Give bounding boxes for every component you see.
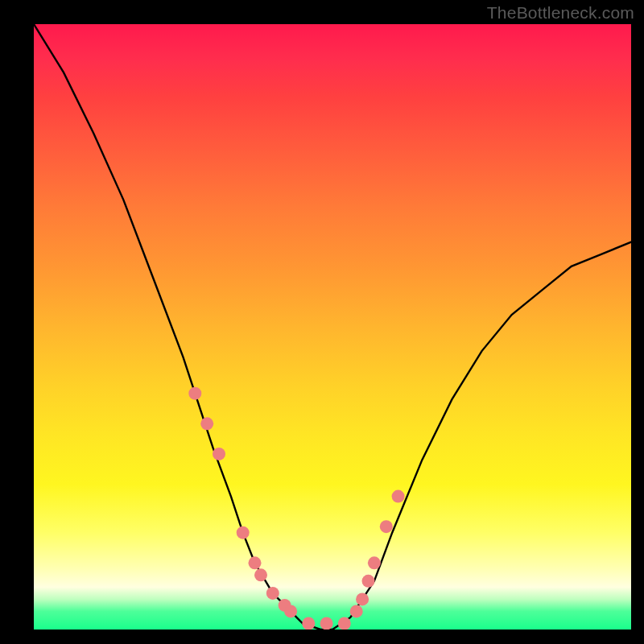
curve-dot (213, 448, 225, 460)
curve-markers (188, 387, 404, 630)
curve-dot (392, 490, 405, 503)
curve-dot (350, 605, 363, 617)
watermark-text: TheBottleneck.com (487, 3, 634, 23)
curve-dot (254, 568, 267, 581)
curve-dot (284, 605, 297, 617)
curve-dot (380, 520, 393, 533)
curve-dot (356, 592, 369, 605)
curve-dot (362, 575, 375, 588)
curve-dot (249, 556, 262, 569)
chart-svg (34, 24, 631, 630)
chart-frame: TheBottleneck.com (0, 0, 644, 644)
bottleneck-curve (34, 24, 631, 630)
plot-area (34, 24, 631, 630)
curve-dot (279, 599, 291, 612)
curve-dot (237, 526, 250, 539)
curve-dot (338, 617, 351, 630)
curve-dot (302, 617, 315, 630)
curve-dot (266, 587, 279, 600)
curve-dot (188, 387, 201, 400)
curve-dot (320, 617, 333, 630)
curve-dot (200, 417, 213, 430)
curve-dot (368, 556, 381, 569)
